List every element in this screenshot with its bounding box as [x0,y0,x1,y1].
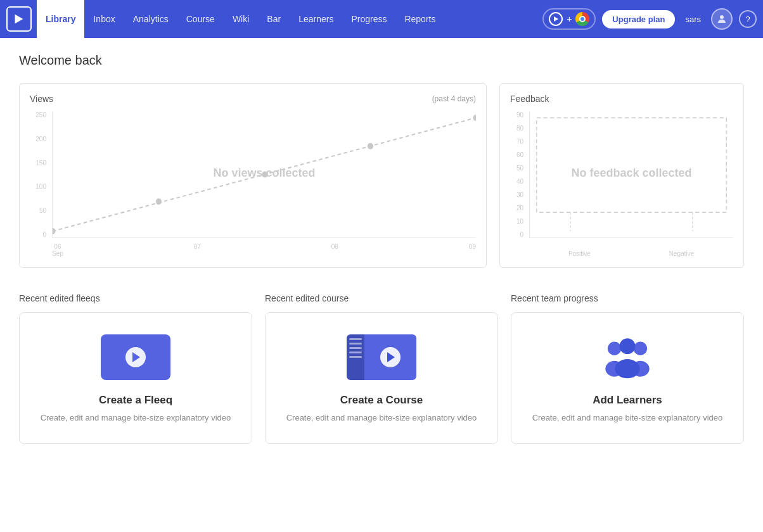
views-y-250: 250 [30,111,49,118]
svg-point-14 [634,342,647,355]
sidebar-line-1 [349,338,362,340]
fleeqs-section: Recent edited fleeqs Create a Fleeq Crea… [19,293,252,444]
add-learners-card[interactable]: Add Learners Create, edit and manage bit… [511,312,744,444]
team-section: Recent team progress Add Lea [511,293,744,444]
fb-y-20: 20 [510,205,526,212]
nav-item-library[interactable]: Library [37,0,84,38]
feedback-no-data: No feedback collected [571,167,691,180]
fb-x-positive: Positive [568,250,591,257]
svg-point-16 [620,338,636,354]
learners-card-desc: Create, edit and manage bite-size explan… [532,412,723,424]
nav-item-bar[interactable]: Bar [258,0,290,38]
upgrade-button[interactable]: Upgrade plan [602,10,675,28]
views-chart-card: Views (past 4 days) 0 50 100 150 200 250 [19,83,487,268]
plus-icon: + [567,14,572,24]
sidebar-line-5 [349,356,362,358]
fb-y-80: 80 [510,125,526,132]
charts-row: Views (past 4 days) 0 50 100 150 200 250 [19,83,744,268]
fb-y-50: 50 [510,165,526,172]
views-x-08: 08 [331,243,338,257]
svg-point-7 [368,143,373,149]
navbar: Library Inbox Analytics Course Wiki Bar … [0,0,763,38]
svg-point-2 [720,15,724,19]
fleeq-play-btn [125,347,146,367]
fleeqs-section-title: Recent edited fleeqs [19,293,252,303]
fleeq-card-title: Create a Fleeq [99,394,172,407]
views-chart-header: Views (past 4 days) [30,94,476,104]
nav-item-learners[interactable]: Learners [290,0,342,38]
nav-item-progress[interactable]: Progress [342,0,395,38]
fleeq-card-desc: Create, edit and manage bite-size explan… [41,412,231,424]
views-plot: No views collected [52,111,476,238]
fb-y-60: 60 [510,151,526,158]
views-chart-title: Views [30,94,53,104]
fb-y-70: 70 [510,138,526,145]
views-y-0: 0 [30,231,49,238]
views-x-07: 07 [194,243,201,257]
course-icon-wrap [343,332,420,383]
views-y-200: 200 [30,136,49,142]
views-y-50: 50 [30,207,49,214]
svg-point-8 [473,115,476,121]
nav-browser-icons: + [542,8,596,30]
fb-y-90: 90 [510,111,526,118]
feedback-chart-area: 0 10 20 30 40 50 60 70 80 90 [510,111,733,257]
views-y-150: 150 [30,160,49,167]
welcome-title: Welcome back [19,53,744,68]
learners-card-title: Add Learners [593,394,662,407]
course-card-desc: Create, edit and manage bite-size explan… [286,412,477,424]
logo[interactable] [6,6,32,32]
views-y-100: 100 [30,183,49,190]
learners-icon [602,335,653,379]
course-play-triangle [387,352,395,362]
team-section-title: Recent team progress [511,293,744,303]
feedback-chart-header: Feedback [510,94,733,104]
fb-x-negative: Negative [669,250,694,257]
course-main [364,334,416,380]
course-section: Recent edited course [265,293,498,444]
nav-item-reports[interactable]: Reports [395,0,444,38]
create-course-card[interactable]: Create a Course Create, edit and manage … [265,312,498,444]
nav-item-inbox[interactable]: Inbox [84,0,124,38]
views-x-06: 06 Sep [52,243,63,257]
feedback-x-labels: Positive Negative [529,250,733,257]
course-play-btn [380,347,401,367]
sidebar-line-2 [349,343,362,345]
sidebar-line-4 [349,352,362,353]
avatar[interactable] [711,8,733,30]
course-card-title: Create a Course [340,394,423,407]
views-no-data: No views collected [213,167,315,180]
chrome-icon [575,12,589,26]
svg-point-5 [156,198,162,205]
views-chart-subtitle: (past 4 days) [432,94,476,103]
svg-point-17 [615,359,639,378]
feedback-y-labels: 0 10 20 30 40 50 60 70 80 90 [510,111,526,238]
fleeq-icon-wrap [98,332,174,383]
course-sidebar [347,334,364,380]
views-chart-area: 0 50 100 150 200 250 [30,111,476,257]
course-section-title: Recent edited course [265,293,498,303]
views-x-labels: 06 Sep 07 08 09 [52,243,476,257]
help-button[interactable]: ? [739,10,757,28]
fb-y-40: 40 [510,178,526,185]
sidebar-line-3 [349,347,362,349]
fleeq-play-triangle [132,352,140,362]
fb-y-10: 10 [510,218,526,225]
svg-point-12 [608,342,621,355]
fb-y-30: 30 [510,191,526,198]
course-icon [347,334,416,380]
views-x-09: 09 [469,243,476,257]
feedback-plot: No feedback collected [529,111,733,238]
nav-item-analytics[interactable]: Analytics [124,0,177,38]
nav-item-wiki[interactable]: Wiki [224,0,258,38]
svg-marker-0 [15,15,23,24]
svg-point-4 [53,228,56,234]
create-fleeq-card[interactable]: Create a Fleeq Create, edit and manage b… [19,312,252,444]
username-label: sars [685,15,701,24]
play-icon [549,12,563,26]
views-y-labels: 0 50 100 150 200 250 [30,111,49,238]
feedback-chart-title: Feedback [510,94,549,104]
bottom-sections: Recent edited fleeqs Create a Fleeq Crea… [19,293,744,444]
main-content: Welcome back Views (past 4 days) 0 50 10… [0,38,763,532]
nav-item-course[interactable]: Course [177,0,224,38]
